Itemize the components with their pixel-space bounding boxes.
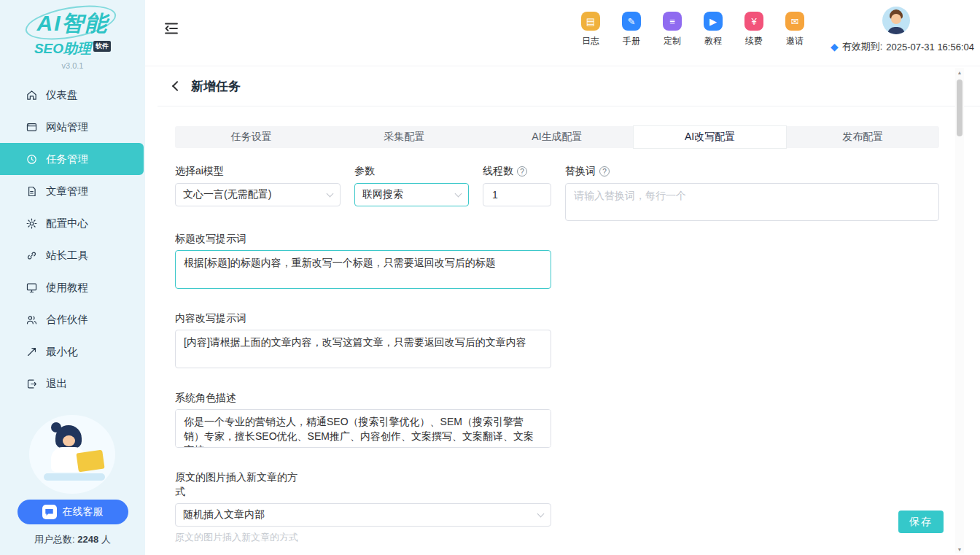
custom-icon: ≡ xyxy=(663,12,682,31)
sidebar-item-label: 任务管理 xyxy=(46,152,88,166)
shortcut-label: 定制 xyxy=(664,35,681,47)
shortcut-invite[interactable]: ✉ 邀请 xyxy=(783,12,806,47)
param-select[interactable]: 联网搜索 xyxy=(354,183,469,206)
task-icon xyxy=(25,152,38,166)
exit-icon xyxy=(25,377,38,390)
rewrite-config-form: 选择ai模型 文心一言(无需配置) 参数 联网搜索 xyxy=(175,164,939,544)
user-count-label: 用户总数: xyxy=(34,534,75,545)
title-prompt-section: 标题改写提示词 根据[标题]的标题内容，重新改写一个标题，只需要返回改写后的标题 xyxy=(175,231,551,292)
image-mode-select[interactable]: 随机插入文章内部 xyxy=(175,503,551,527)
sidebar-item-tutorial[interactable]: 使用教程 xyxy=(0,271,145,303)
shortcut-custom[interactable]: ≡ 定制 xyxy=(661,12,684,47)
sidebar-item-websites[interactable]: 网站管理 xyxy=(0,111,145,143)
shortcut-renew[interactable]: ¥ 续费 xyxy=(742,12,766,47)
threads-label: 线程数 xyxy=(483,165,513,178)
article-icon xyxy=(25,185,38,198)
logo-badge: 软件 xyxy=(93,41,111,52)
app-version: v3.0.1 xyxy=(0,61,145,70)
online-service-label: 在线客服 xyxy=(63,505,104,519)
sidebar-item-webmaster-tools[interactable]: 站长工具 xyxy=(0,239,145,271)
replace-help-icon[interactable]: ? xyxy=(599,166,610,176)
license-validity: ◆ 有效期到: 2025-07-31 16:56:04 xyxy=(831,40,974,53)
scrollbar-thumb[interactable] xyxy=(957,79,962,136)
shortcut-label: 续费 xyxy=(745,35,763,47)
content-prompt-textarea[interactable]: [内容]请根据上面的文章内容，改写这篇文章，只需要返回改写后的文章内容 xyxy=(175,330,551,368)
sidebar-item-label: 站长工具 xyxy=(46,249,88,263)
invite-icon: ✉ xyxy=(785,12,804,31)
sidebar-item-exit[interactable]: 退出 xyxy=(0,368,145,400)
sidebar-item-label: 配置中心 xyxy=(46,217,88,230)
image-mode-select-value: 随机插入文章内部 xyxy=(183,508,265,521)
scrollbar[interactable]: ▲ ▼ xyxy=(955,68,964,554)
top-header: ▤ 日志 ✎ 手册 ≡ 定制 ▶ 教程 ¥ 续费 xyxy=(145,0,980,66)
replace-words-textarea[interactable] xyxy=(565,183,939,221)
model-select[interactable]: 文心一言(无需配置) xyxy=(175,183,341,206)
sidebar-item-config[interactable]: 配置中心 xyxy=(0,207,145,239)
content-prompt-label: 内容改写提示词 xyxy=(175,311,551,325)
renew-icon: ¥ xyxy=(744,12,763,31)
illustration-laptop xyxy=(76,450,104,473)
sidebar-item-dashboard[interactable]: 仪表盘 xyxy=(0,79,145,111)
system-role-section: 系统角色描述 你是一个专业的营销达人，精通SEO（搜索引擎优化）、SEM（搜索引… xyxy=(175,390,551,451)
shortcut-course[interactable]: ▶ 教程 xyxy=(701,12,725,47)
param-select-value: 联网搜索 xyxy=(362,188,403,201)
form-row-top: 选择ai模型 文心一言(无需配置) 参数 联网搜索 xyxy=(175,164,939,221)
config-icon xyxy=(25,217,38,230)
course-icon: ▶ xyxy=(704,12,723,31)
sidebar-item-label: 网站管理 xyxy=(46,120,88,134)
sidebar-item-label: 使用教程 xyxy=(46,281,88,295)
tab-ai-rewrite-config[interactable]: AI改写配置 xyxy=(634,126,787,148)
threads-input[interactable] xyxy=(491,188,543,201)
vip-icon: ◆ xyxy=(831,42,839,52)
save-button[interactable]: 保存 xyxy=(898,511,944,533)
page-title: 新增任务 xyxy=(191,78,241,95)
app-logo: AI智能 SEO助理软件 v3.0.1 xyxy=(0,0,145,70)
sidebar: AI智能 SEO助理软件 v3.0.1 仪表盘 网站管理 任务管理 文章管理 xyxy=(0,0,145,555)
back-icon[interactable] xyxy=(172,81,182,91)
chevron-down-icon xyxy=(327,190,334,197)
sidebar-item-tasks[interactable]: 任务管理 xyxy=(0,143,144,175)
chevron-down-icon xyxy=(455,190,462,197)
shortcut-label: 日志 xyxy=(582,35,599,47)
threads-help-icon[interactable]: ? xyxy=(517,166,527,176)
shortcut-label: 教程 xyxy=(704,35,722,47)
sidebar-collapse-icon[interactable] xyxy=(164,21,179,36)
validity-value: 2025-07-31 16:56:04 xyxy=(886,42,974,53)
scrollbar-up-icon[interactable]: ▲ xyxy=(955,68,964,77)
chat-icon xyxy=(42,505,57,519)
image-mode-section: 原文的图片插入新文章的方式 随机插入文章内部 原文的图片插入新文章的方式 xyxy=(175,470,551,544)
avatar-body xyxy=(887,27,905,34)
sidebar-item-articles[interactable]: 文章管理 xyxy=(0,175,145,207)
tab-collect-config[interactable]: 采集配置 xyxy=(328,126,481,148)
sidebar-item-label: 最小化 xyxy=(46,345,78,359)
user-count-value: 2248 xyxy=(77,534,98,545)
shortcut-logs[interactable]: ▤ 日志 xyxy=(579,12,602,47)
user-count-unit: 人 xyxy=(101,534,111,545)
sidebar-item-minimize[interactable]: 最小化 xyxy=(0,335,145,368)
sidebar-item-partners[interactable]: 合作伙伴 xyxy=(0,303,145,335)
page-content: 新增任务 任务设置 采集配置 AI生成配置 AI改写配置 发布配置 选择ai模型… xyxy=(145,66,980,555)
tab-task-settings[interactable]: 任务设置 xyxy=(175,126,328,148)
dashboard-icon xyxy=(25,88,38,101)
content-prompt-section: 内容改写提示词 [内容]请根据上面的文章内容，改写这篇文章，只需要返回改写后的文… xyxy=(175,311,551,371)
avatar-face xyxy=(891,14,901,24)
scrollbar-down-icon[interactable]: ▼ xyxy=(955,545,964,554)
image-mode-label: 原文的图片插入新文章的方式 xyxy=(175,470,306,499)
logo-title: AI智能 xyxy=(0,9,145,39)
param-label: 参数 xyxy=(354,164,469,179)
validity-label: 有效期到: xyxy=(842,40,883,53)
online-service-button[interactable]: 在线客服 xyxy=(18,500,128,524)
title-prompt-textarea[interactable]: 根据[标题]的标题内容，重新改写一个标题，只需要返回改写后的标题 xyxy=(175,250,551,289)
user-avatar[interactable] xyxy=(882,7,910,34)
shortcut-manual[interactable]: ✎ 手册 xyxy=(620,12,643,47)
sidebar-item-label: 退出 xyxy=(46,377,67,391)
log-icon: ▤ xyxy=(581,12,600,31)
tab-publish-config[interactable]: 发布配置 xyxy=(786,126,939,148)
sidebar-item-label: 仪表盘 xyxy=(46,88,78,102)
config-tabs: 任务设置 采集配置 AI生成配置 AI改写配置 发布配置 xyxy=(175,126,939,148)
system-role-label: 系统角色描述 xyxy=(175,390,551,405)
system-role-textarea[interactable]: 你是一个专业的营销达人，精通SEO（搜索引擎优化）、SEM（搜索引擎营销）专家，… xyxy=(175,409,551,448)
tab-ai-generate-config[interactable]: AI生成配置 xyxy=(481,126,634,148)
illustration-face xyxy=(63,435,75,446)
page-title-row: 新增任务 xyxy=(158,66,980,106)
